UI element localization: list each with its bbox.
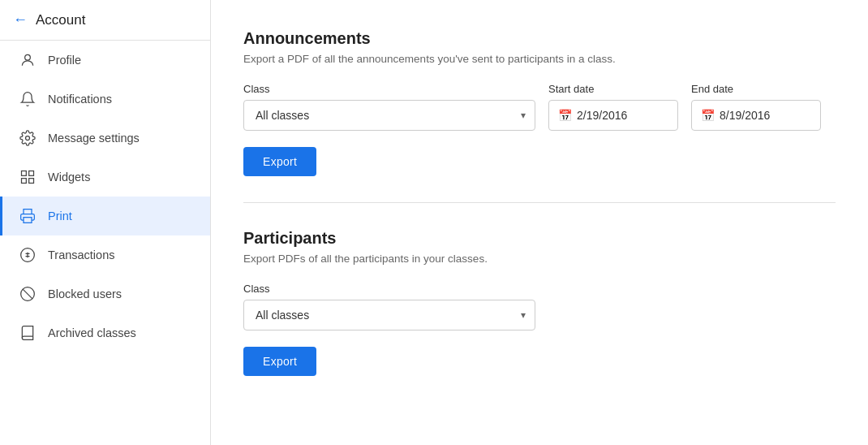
svg-rect-5 — [29, 179, 34, 184]
main-content: Announcements Export a PDF of all the an… — [211, 0, 868, 445]
person-icon — [19, 51, 37, 69]
sidebar-back-button[interactable]: ← Account — [0, 0, 210, 41]
announcements-start-date-input[interactable] — [548, 100, 678, 131]
announcements-class-label: Class — [243, 83, 535, 95]
book-icon — [19, 324, 37, 342]
participants-class-select-wrapper: All classes ▾ — [243, 300, 535, 331]
sidebar-item-message-settings-label: Message settings — [48, 132, 140, 145]
sidebar-item-notifications-label: Notifications — [48, 93, 112, 106]
dollar-icon — [19, 246, 37, 264]
gear-icon — [19, 129, 37, 147]
announcements-end-date-field: End date 📅 — [691, 83, 821, 131]
announcements-end-date-label: End date — [691, 83, 821, 95]
participants-description: Export PDFs of all the participants in y… — [243, 253, 836, 265]
announcements-section: Announcements Export a PDF of all the an… — [243, 29, 836, 176]
participants-class-field: Class All classes ▾ — [243, 283, 535, 331]
sidebar: ← Account Profile Notifications — [0, 0, 211, 445]
svg-rect-3 — [29, 171, 34, 176]
sidebar-item-message-settings[interactable]: Message settings — [0, 119, 210, 158]
print-icon — [19, 207, 37, 225]
announcements-export-button[interactable]: Export — [243, 147, 316, 176]
sidebar-item-transactions[interactable]: Transactions — [0, 235, 210, 274]
back-icon: ← — [13, 11, 28, 28]
sidebar-item-print[interactable]: Print — [0, 197, 210, 235]
announcements-start-date-field: Start date 📅 — [548, 83, 678, 131]
participants-export-button[interactable]: Export — [243, 347, 316, 376]
sidebar-item-widgets[interactable]: Widgets — [0, 158, 210, 197]
announcements-end-date-input[interactable] — [691, 100, 821, 131]
sidebar-nav: Profile Notifications Message settings — [0, 41, 210, 445]
svg-rect-4 — [22, 179, 27, 184]
participants-title: Participants — [243, 229, 836, 248]
sidebar-item-profile[interactable]: Profile — [0, 41, 210, 80]
sidebar-item-notifications[interactable]: Notifications — [0, 80, 210, 119]
sidebar-item-print-label: Print — [48, 210, 72, 222]
sidebar-item-blocked-users-label: Blocked users — [48, 287, 122, 300]
sidebar-header-label: Account — [36, 12, 85, 28]
announcements-class-select-wrapper: All classes ▾ — [243, 100, 535, 131]
bell-icon — [19, 90, 37, 108]
svg-rect-6 — [24, 218, 32, 223]
announcements-class-select[interactable]: All classes — [243, 100, 535, 131]
announcements-title: Announcements — [243, 29, 836, 48]
sidebar-item-profile-label: Profile — [48, 54, 81, 67]
participants-class-label: Class — [243, 283, 535, 295]
participants-section: Participants Export PDFs of all the part… — [243, 202, 836, 376]
announcements-end-date-wrapper: 📅 — [691, 100, 821, 131]
sidebar-item-transactions-label: Transactions — [48, 248, 114, 261]
announcements-class-field: Class All classes ▾ — [243, 83, 535, 131]
participants-class-select[interactable]: All classes — [243, 300, 535, 331]
svg-point-0 — [25, 54, 31, 60]
announcements-start-date-wrapper: 📅 — [548, 100, 678, 131]
announcements-form-row: Class All classes ▾ Start date 📅 End dat… — [243, 83, 836, 131]
sidebar-item-archived-classes[interactable]: Archived classes — [0, 313, 210, 352]
svg-point-1 — [26, 136, 30, 140]
participants-form-row: Class All classes ▾ — [243, 283, 836, 331]
svg-rect-2 — [22, 171, 27, 176]
svg-line-10 — [23, 289, 32, 299]
announcements-description: Export a PDF of all the announcements yo… — [243, 53, 836, 65]
blocked-icon — [19, 285, 37, 303]
widget-icon — [19, 168, 37, 186]
sidebar-item-blocked-users[interactable]: Blocked users — [0, 274, 210, 313]
sidebar-item-archived-classes-label: Archived classes — [48, 326, 136, 339]
sidebar-item-widgets-label: Widgets — [48, 171, 90, 184]
announcements-start-date-label: Start date — [548, 83, 678, 95]
